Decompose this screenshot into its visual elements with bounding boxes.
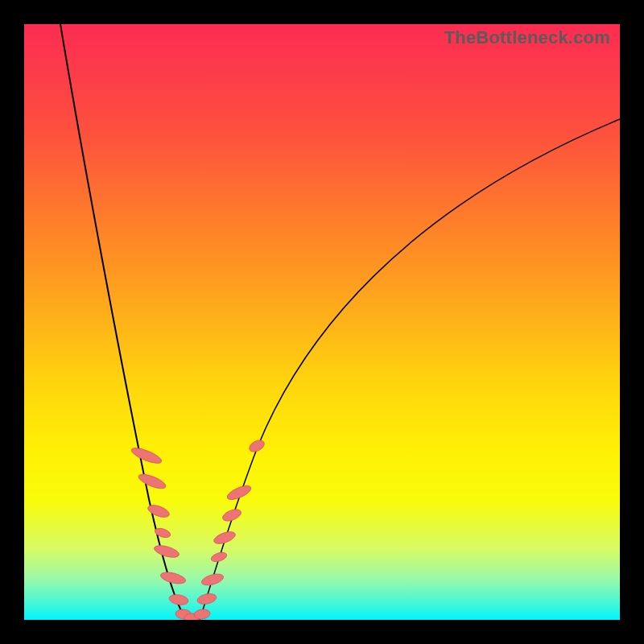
data-marker bbox=[130, 445, 163, 466]
data-markers-group bbox=[130, 438, 266, 620]
chart-svg bbox=[24, 24, 620, 620]
data-marker bbox=[147, 503, 171, 520]
chart-frame: TheBottleneck.com bbox=[0, 0, 644, 644]
data-marker bbox=[137, 472, 167, 492]
curve-right-branch bbox=[200, 119, 620, 620]
data-marker bbox=[247, 438, 266, 454]
data-marker bbox=[159, 570, 187, 585]
data-marker bbox=[193, 609, 210, 620]
data-marker bbox=[200, 572, 225, 587]
curve-left-branch bbox=[60, 24, 187, 620]
data-marker bbox=[213, 530, 237, 547]
data-marker bbox=[153, 543, 180, 559]
data-marker bbox=[210, 551, 228, 564]
data-marker bbox=[168, 593, 189, 606]
data-marker bbox=[196, 592, 217, 606]
plot-area: TheBottleneck.com bbox=[24, 24, 620, 620]
